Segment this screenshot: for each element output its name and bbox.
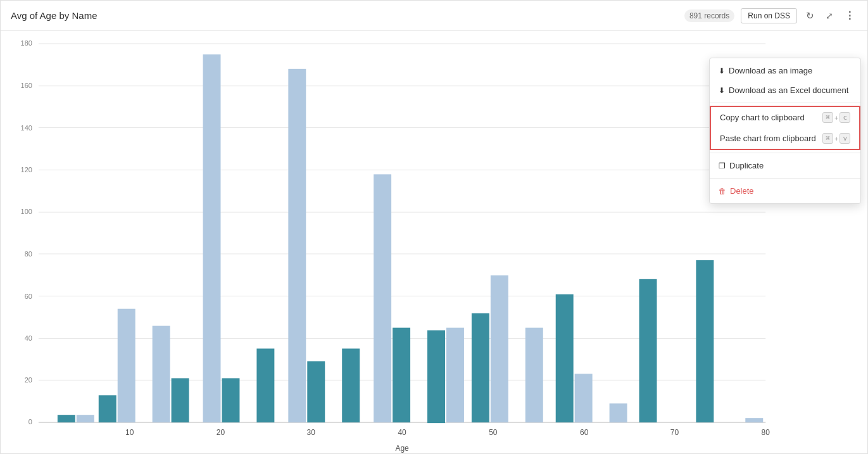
paste-shortcut-key: v	[840, 133, 850, 144]
bar-light-5	[77, 415, 94, 422]
svg-text:60: 60	[580, 428, 589, 437]
chart-title: Avg of Age by Name	[11, 10, 97, 21]
svg-text:40: 40	[398, 428, 406, 437]
delete-left: 🗑 Delete	[719, 186, 754, 196]
paste-shortcut-sym: ⌘	[822, 133, 833, 144]
download-excel-button[interactable]: ⬇ Download as an Excel document	[710, 80, 860, 100]
bar-dark-10a	[99, 395, 116, 422]
svg-text:180: 180	[21, 39, 32, 47]
svg-text:40: 40	[25, 334, 32, 342]
svg-text:160: 160	[21, 82, 32, 89]
refresh-button[interactable]: ↻	[803, 8, 817, 24]
copy-chart-label: Copy chart to clipboard	[720, 113, 805, 122]
records-badge: 891 records	[684, 9, 734, 22]
menu-divider-2	[710, 153, 860, 153]
header-right: 891 records Run on DSS ↻ ⤢ ⋮	[684, 7, 857, 24]
more-icon: ⋮	[845, 9, 855, 22]
paste-plus: +	[834, 135, 838, 142]
download-image-label: Download as an image	[729, 66, 812, 75]
bar-light-40	[374, 174, 391, 422]
svg-text:10: 10	[125, 428, 134, 437]
paste-chart-button[interactable]: Paste chart from clipboard ⌘ + v	[711, 128, 859, 149]
svg-text:Age: Age	[395, 444, 409, 453]
bar-light-65	[610, 403, 627, 422]
bar-dark-5	[58, 415, 75, 422]
bar-dark-25	[256, 348, 274, 422]
svg-text:20: 20	[25, 376, 32, 384]
menu-divider-1	[710, 103, 860, 103]
duplicate-label: Duplicate	[729, 161, 764, 170]
paste-chart-left: Paste chart from clipboard	[720, 134, 816, 143]
copy-chart-button[interactable]: Copy chart to clipboard ⌘ + c	[711, 107, 859, 128]
bar-dark-20	[222, 378, 239, 422]
svg-text:50: 50	[489, 428, 498, 437]
run-on-dss-button[interactable]: Run on DSS	[741, 8, 797, 23]
download-image-icon: ⬇	[719, 66, 725, 75]
copy-chart-left: Copy chart to clipboard	[720, 113, 805, 122]
paste-chart-label: Paste chart from clipboard	[720, 134, 816, 143]
dropdown-menu: ⬇ Download as an image ⬇ Download as an …	[709, 58, 861, 204]
bar-light-20	[203, 54, 221, 422]
svg-text:100: 100	[21, 208, 32, 215]
bar-light-30	[288, 69, 306, 422]
duplicate-left: ❐ Duplicate	[719, 161, 764, 170]
delete-icon: 🗑	[719, 187, 726, 196]
svg-text:70: 70	[670, 428, 679, 437]
download-excel-left: ⬇ Download as an Excel document	[719, 85, 848, 95]
bar-light-50	[491, 275, 508, 422]
download-excel-label: Download as an Excel document	[729, 85, 848, 95]
bar-light-55	[525, 328, 543, 423]
bar-light-45	[446, 328, 464, 423]
download-image-left: ⬇ Download as an image	[719, 66, 812, 75]
bar-dark-60	[556, 294, 574, 422]
chart-header: Avg of Age by Name 891 records Run on DS…	[1, 1, 867, 31]
download-excel-icon: ⬇	[719, 86, 725, 95]
bar-light-80	[745, 418, 763, 422]
delete-button[interactable]: 🗑 Delete	[710, 181, 860, 201]
svg-text:60: 60	[25, 293, 32, 300]
svg-text:0: 0	[28, 418, 32, 426]
paste-chart-shortcut: ⌘ + v	[822, 133, 850, 144]
bar-dark-70	[639, 279, 657, 422]
refresh-icon: ↻	[806, 10, 814, 22]
svg-text:80: 80	[762, 428, 771, 437]
duplicate-icon: ❐	[719, 161, 726, 170]
clipboard-group: Copy chart to clipboard ⌘ + c Paste char…	[710, 106, 860, 150]
bar-dark-35	[342, 348, 360, 422]
svg-text:80: 80	[25, 250, 32, 258]
expand-icon: ⤢	[826, 11, 833, 21]
bar-dark-30	[307, 361, 325, 422]
more-options-button[interactable]: ⋮	[842, 7, 857, 24]
chart-container: Avg of Age by Name 891 records Run on DS…	[0, 0, 868, 454]
bar-light-10	[118, 309, 135, 422]
chart-body: 0 20 40 60 80 100 120 140 160 180	[1, 31, 867, 453]
copy-plus: +	[834, 114, 838, 122]
copy-shortcut-key: c	[840, 112, 850, 123]
download-image-button[interactable]: ⬇ Download as an image	[710, 61, 860, 80]
svg-text:120: 120	[21, 166, 32, 173]
copy-shortcut-sym: ⌘	[822, 112, 833, 123]
bar-dark-50	[472, 313, 489, 422]
copy-chart-shortcut: ⌘ + c	[822, 112, 850, 123]
expand-button[interactable]: ⤢	[823, 8, 836, 23]
svg-text:140: 140	[21, 124, 32, 132]
menu-divider-3	[710, 178, 860, 179]
svg-text:30: 30	[307, 428, 316, 437]
duplicate-button[interactable]: ❐ Duplicate	[710, 156, 860, 175]
bar-dark-73	[696, 260, 714, 422]
bar-light-15	[153, 326, 170, 423]
bar-dark-40	[393, 328, 410, 423]
bar-dark-45	[427, 331, 445, 424]
delete-label: Delete	[730, 186, 754, 196]
svg-text:20: 20	[217, 428, 225, 437]
bar-dark-15	[172, 378, 189, 422]
bar-light-60	[575, 374, 593, 422]
